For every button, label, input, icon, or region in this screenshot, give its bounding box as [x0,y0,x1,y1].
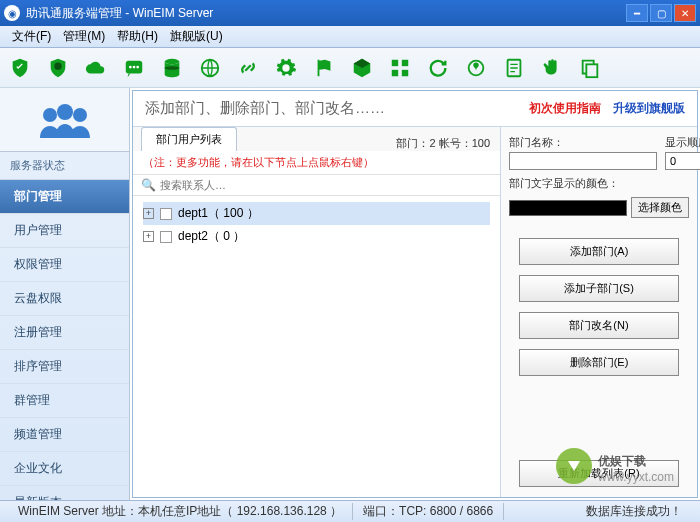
menu-manage[interactable]: 管理(M) [57,26,111,47]
menu-help[interactable]: 帮助(H) [111,26,164,47]
globe-icon[interactable] [198,56,222,80]
add-sub-dept-button[interactable]: 添加子部门(S) [519,275,679,302]
sidebar-logo [0,88,129,152]
chat-icon[interactable] [122,56,146,80]
menu-file[interactable]: 文件(F) [6,26,57,47]
svg-point-8 [283,65,289,71]
svg-rect-10 [402,59,408,65]
sidebar-item-4[interactable]: 注册管理 [0,316,129,350]
order-label: 显示顺序： [665,135,700,150]
svg-point-2 [129,65,132,68]
rename-dept-button[interactable]: 部门改名(N) [519,312,679,339]
tree-label: dept1（ 100 ） [178,205,259,222]
svg-point-6 [165,66,180,70]
window-title: 助讯通服务端管理 - WinEIM Server [26,5,626,22]
sidebar-item-0[interactable]: 部门管理 [0,180,129,214]
tree-node-1[interactable]: +dept2（ 0 ） [143,225,490,248]
report-icon[interactable] [502,56,526,80]
dept-name-input[interactable] [509,152,657,170]
minimize-button[interactable]: ━ [626,4,648,22]
svg-point-17 [57,104,73,120]
sidebar-item-3[interactable]: 云盘权限 [0,282,129,316]
hint-text: （注：更多功能，请在以下节点上点鼠标右键） [133,151,500,175]
folder-icon [160,231,172,243]
guide-link[interactable]: 初次使用指南 [529,100,601,117]
svg-point-5 [165,58,180,64]
svg-point-4 [136,65,139,68]
upgrade-link[interactable]: 升级到旗舰版 [613,100,685,117]
status-db: 数据库连接成功！ [576,503,692,520]
tab-dept-users[interactable]: 部门用户列表 [141,127,237,151]
close-button[interactable]: ✕ [674,4,696,22]
choose-color-button[interactable]: 选择颜色 [631,197,689,218]
statusbar: WinEIM Server 地址：本机任意IP地址（ 192.168.136.1… [0,500,700,522]
main-panel: 添加部门、删除部门、部门改名…… 初次使用指南 升级到旗舰版 部门用户列表 部门… [132,90,698,498]
gear-icon[interactable] [274,56,298,80]
menu-flagship[interactable]: 旗舰版(U) [164,26,229,47]
hand-icon[interactable] [540,56,564,80]
reload-list-button[interactable]: 重新加载列表(R) [519,460,679,487]
sidebar-item-9[interactable]: 最新版本 [0,486,129,500]
maximize-button[interactable]: ▢ [650,4,672,22]
badge-icon[interactable] [46,56,70,80]
cloud-icon[interactable] [84,56,108,80]
database-icon[interactable] [160,56,184,80]
color-swatch [509,200,627,216]
svg-point-3 [133,65,136,68]
panel-description: 添加部门、删除部门、部门改名…… [145,99,529,118]
tree-label: dept2（ 0 ） [178,228,245,245]
flag-icon[interactable] [312,56,336,80]
status-port: 端口：TCP: 6800 / 6866 [353,503,504,520]
sidebar-item-2[interactable]: 权限管理 [0,248,129,282]
search-input[interactable] [160,179,492,191]
sidebar-item-7[interactable]: 频道管理 [0,418,129,452]
svg-rect-15 [586,64,597,77]
expand-icon[interactable]: + [143,231,154,242]
grid-icon[interactable] [388,56,412,80]
shield-icon[interactable] [8,56,32,80]
sidebar: 服务器状态 部门管理用户管理权限管理云盘权限注册管理排序管理群管理频道管理企业文… [0,88,130,500]
refresh-icon[interactable] [426,56,450,80]
name-label: 部门名称： [509,135,657,150]
svg-point-18 [73,108,87,122]
tree-node-0[interactable]: +dept1（ 100 ） [143,202,490,225]
add-dept-button[interactable]: 添加部门(A) [519,238,679,265]
sidebar-item-5[interactable]: 排序管理 [0,350,129,384]
copy-icon[interactable] [578,56,602,80]
status-address: WinEIM Server 地址：本机任意IP地址（ 192.168.136.1… [8,503,353,520]
svg-rect-9 [392,59,398,65]
sidebar-title: 服务器状态 [0,152,129,180]
order-input[interactable] [665,152,700,170]
sidebar-item-6[interactable]: 群管理 [0,384,129,418]
app-icon: ◉ [4,5,20,21]
counts-label: 部门：2 帐号：100 [396,136,500,151]
brain-icon[interactable] [464,56,488,80]
svg-point-16 [43,108,57,122]
dept-tree[interactable]: +dept1（ 100 ）+dept2（ 0 ） [133,196,500,497]
toolbar [0,48,700,88]
color-label: 部门文字显示的颜色： [509,176,689,191]
sidebar-item-8[interactable]: 企业文化 [0,452,129,486]
sidebar-item-1[interactable]: 用户管理 [0,214,129,248]
search-icon: 🔍 [141,178,156,192]
form-panel: 部门名称： 显示顺序： 部门文字显示的颜色： 选择颜色 添加部门(A) 添加子部… [501,127,697,497]
svg-rect-12 [402,69,408,75]
expand-icon[interactable]: + [143,208,154,219]
cube-icon[interactable] [350,56,374,80]
svg-point-0 [54,62,61,69]
svg-rect-11 [392,69,398,75]
link-icon[interactable] [236,56,260,80]
menubar: 文件(F) 管理(M) 帮助(H) 旗舰版(U) [0,26,700,48]
delete-dept-button[interactable]: 删除部门(E) [519,349,679,376]
folder-icon [160,208,172,220]
titlebar: ◉ 助讯通服务端管理 - WinEIM Server ━ ▢ ✕ [0,0,700,26]
